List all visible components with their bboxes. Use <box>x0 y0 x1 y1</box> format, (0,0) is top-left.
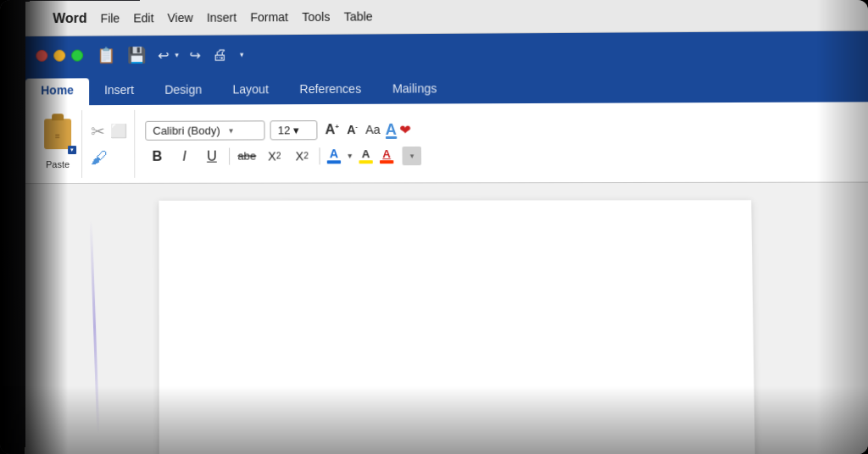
clear-color-bar <box>380 160 393 163</box>
font-color-button[interactable]: A <box>326 146 342 165</box>
document-area <box>25 183 868 454</box>
tab-mailings[interactable]: Mailings <box>376 73 453 104</box>
format-painter-icon[interactable]: 🖌 <box>91 147 108 166</box>
font-size-selector[interactable]: 12 ▾ <box>270 120 318 140</box>
format-separator-2 <box>320 147 320 164</box>
superscript-button[interactable]: X2 <box>290 145 314 167</box>
bold-button[interactable]: B <box>145 145 169 167</box>
font-color-icon[interactable]: A <box>386 120 397 138</box>
italic-button[interactable]: I <box>172 145 196 167</box>
close-button[interactable] <box>36 50 47 62</box>
cut-copy-row: ✂ ⬜ <box>91 120 127 141</box>
document-streak <box>90 220 100 434</box>
subscript-button[interactable]: X2 <box>263 145 287 167</box>
clipboard-icon <box>44 119 71 149</box>
save-icon[interactable]: 💾 <box>124 44 149 66</box>
redo-icon[interactable]: ↪ <box>186 45 203 64</box>
traffic-lights <box>36 50 83 62</box>
ribbon-content: ▾ Paste ✂ ⬜ 🖌 Cali <box>25 102 868 184</box>
underline-button[interactable]: U <box>200 145 224 167</box>
menu-items: Word File Edit View Insert Format Tools … <box>53 8 372 26</box>
minimize-button[interactable] <box>53 50 65 62</box>
copy-icon[interactable]: ⬜ <box>110 123 127 139</box>
document-page[interactable] <box>159 200 754 454</box>
font-increase-button[interactable]: A+ <box>322 121 342 138</box>
font-color-dropdown[interactable]: ▾ <box>346 149 353 162</box>
screen-wrapper: Word File Edit View Insert Format Tools … <box>0 0 868 454</box>
tab-design[interactable]: Design <box>149 75 217 105</box>
quick-access-toolbar: 📋 💾 ↩ ▾ ↪ 🖨 ▾ <box>93 43 248 66</box>
font-decrease-button[interactable]: A- <box>344 122 360 137</box>
screen-content: Word File Edit View Insert Format Tools … <box>25 0 868 454</box>
paste-section: ▾ Paste <box>34 110 82 178</box>
menu-item-table[interactable]: Table <box>344 9 373 23</box>
font-name-dropdown-arrow: ▾ <box>229 125 233 135</box>
font-color-bar <box>327 160 341 163</box>
clear-formatting-button[interactable]: A <box>378 147 396 165</box>
font-size-buttons: A+ A- Aa A ❤ <box>322 120 410 138</box>
highlight-color-bar <box>359 160 372 163</box>
menu-item-tools[interactable]: Tools <box>302 9 330 23</box>
menu-item-view[interactable]: View <box>168 10 193 24</box>
undo-dropdown-icon[interactable]: ▾ <box>173 50 181 60</box>
font-section: Calibri (Body) ▾ 12 ▾ A+ A- Aa A <box>136 109 430 178</box>
menu-item-insert[interactable]: Insert <box>207 10 236 24</box>
ribbon-tabs: Home Insert Design Layout References Mai… <box>25 70 868 105</box>
tab-layout[interactable]: Layout <box>217 74 284 104</box>
tab-references[interactable]: References <box>284 74 377 105</box>
new-document-icon[interactable]: 📋 <box>93 44 119 66</box>
paste-button[interactable]: ▾ <box>41 119 75 156</box>
menu-item-format[interactable]: Format <box>250 10 288 24</box>
text-effects-icon[interactable]: ❤ <box>399 121 410 137</box>
paste-dropdown-arrow[interactable]: ▾ <box>68 146 76 154</box>
paste-label: Paste <box>46 159 70 169</box>
strikethrough-button[interactable]: abe <box>235 145 259 167</box>
tab-insert[interactable]: Insert <box>89 75 149 105</box>
menu-item-edit[interactable]: Edit <box>133 11 153 25</box>
format-separator <box>229 147 230 164</box>
font-name-row: Calibri (Body) ▾ 12 ▾ A+ A- Aa A <box>145 119 421 140</box>
clipboard-section: ✂ ⬜ 🖌 <box>84 110 135 178</box>
format-row: B I U abe X2 X2 A ▾ A <box>145 144 421 167</box>
more-formatting-button[interactable]: ▾ <box>402 146 421 164</box>
font-size-dropdown-arrow: ▾ <box>293 124 299 136</box>
paste-area: ▾ Paste <box>41 119 75 169</box>
customize-quick-access-icon[interactable]: ▾ <box>236 48 248 60</box>
cut-icon[interactable]: ✂ <box>91 121 105 141</box>
highlight-color-button[interactable]: A <box>357 147 375 165</box>
menu-item-word[interactable]: Word <box>53 10 86 25</box>
menu-item-file[interactable]: File <box>101 11 120 25</box>
font-name-selector[interactable]: Calibri (Body) ▾ <box>145 120 264 140</box>
change-case-button[interactable]: Aa <box>363 122 383 137</box>
maximize-button[interactable] <box>71 50 83 62</box>
print-icon[interactable]: 🖨 <box>209 44 231 65</box>
tab-home[interactable]: Home <box>25 78 89 105</box>
undo-icon[interactable]: ↩ <box>154 45 172 64</box>
